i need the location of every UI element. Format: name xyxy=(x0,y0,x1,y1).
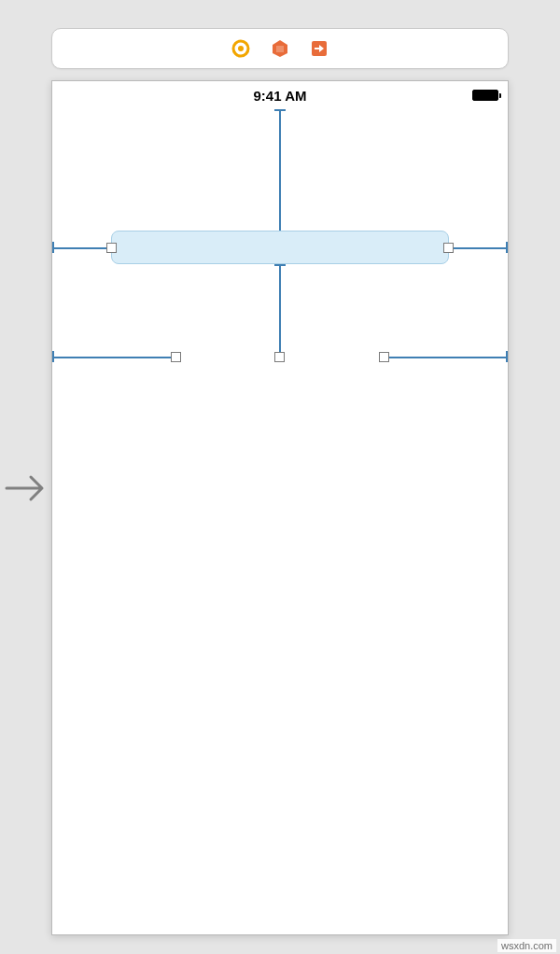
storyboard-entry-arrow-icon[interactable] xyxy=(5,471,48,509)
constraint-guide-top-cap xyxy=(274,109,286,111)
constraint-guide-center-below-cap1 xyxy=(274,264,286,266)
constraint-handle-center[interactable] xyxy=(274,352,285,362)
first-responder-icon[interactable] xyxy=(231,39,250,58)
svg-rect-3 xyxy=(276,46,284,52)
constraint-guide-row2-left[interactable] xyxy=(52,357,175,358)
battery-icon xyxy=(472,90,498,101)
watermark: wsxdn.com xyxy=(497,939,556,952)
svg-point-1 xyxy=(238,46,244,51)
text-field[interactable] xyxy=(111,231,449,264)
constraint-handle-row2-left[interactable] xyxy=(171,352,181,362)
constraint-guide-row2-right-cap xyxy=(506,351,508,362)
storyboard-reference-icon[interactable] xyxy=(310,39,329,58)
constraint-guide-top[interactable] xyxy=(279,109,281,231)
resize-handle-right[interactable] xyxy=(443,243,454,253)
constraint-handle-row2-right[interactable] xyxy=(379,352,389,362)
constraint-guide-right-cap xyxy=(506,242,508,253)
constraint-guide-center-below[interactable] xyxy=(279,264,281,356)
svg-rect-5 xyxy=(315,48,319,49)
device-canvas[interactable]: 9:41 AM xyxy=(51,80,509,935)
constraint-guide-right[interactable] xyxy=(449,247,508,249)
constraint-guide-row2-left-cap xyxy=(52,351,54,362)
constraint-guide-left-cap xyxy=(52,242,54,253)
status-bar: 9:41 AM xyxy=(52,81,508,109)
scene-toolbar xyxy=(51,28,509,69)
constraint-guide-left[interactable] xyxy=(52,247,111,249)
status-time: 9:41 AM xyxy=(254,88,307,104)
resize-handle-left[interactable] xyxy=(106,243,117,253)
exit-icon[interactable] xyxy=(271,39,289,58)
constraint-guide-row2-right[interactable] xyxy=(385,357,508,358)
